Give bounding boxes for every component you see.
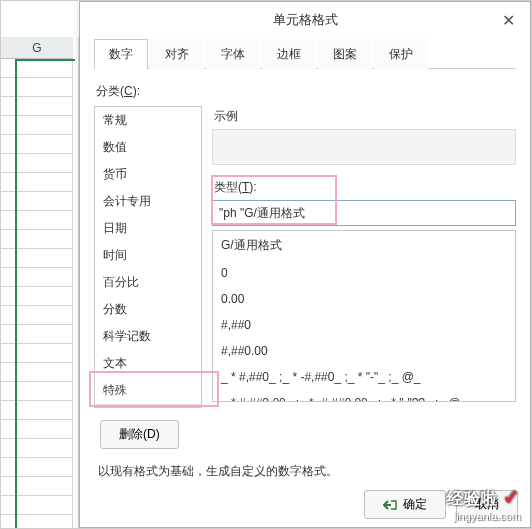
tab-align[interactable]: 对齐 — [150, 39, 204, 69]
dialog-title: 单元格格式 — [273, 11, 338, 29]
delete-button[interactable]: 删除(D) — [100, 420, 179, 449]
ok-button[interactable]: 确定 — [364, 490, 446, 519]
sample-label: 示例 — [214, 108, 516, 125]
category-item-time[interactable]: 时间 — [95, 242, 201, 269]
tab-font[interactable]: 字体 — [206, 39, 260, 69]
category-item-scientific[interactable]: 科学记数 — [95, 323, 201, 350]
category-item-special[interactable]: 特殊 — [95, 377, 201, 404]
category-item-fraction[interactable]: 分数 — [95, 296, 201, 323]
tab-protect[interactable]: 保护 — [374, 39, 428, 69]
selection-border — [15, 59, 75, 529]
format-item[interactable]: 0 — [213, 260, 515, 286]
tab-pattern[interactable]: 图案 — [318, 39, 372, 69]
category-item-accounting[interactable]: 会计专用 — [95, 188, 201, 215]
tab-strip: 数字 对齐 字体 边框 图案 保护 — [94, 38, 516, 69]
tab-number[interactable]: 数字 — [94, 39, 148, 69]
dialog-title-bar: 单元格格式 ✕ — [80, 2, 530, 38]
ok-label: 确定 — [403, 496, 427, 513]
format-item[interactable]: 0.00 — [213, 286, 515, 312]
dialog-footer: 确定 取消 — [364, 490, 518, 519]
format-item[interactable]: _ * #,##0_ ;_ * -#,##0_ ;_ * "-"_ ;_ @_ — [213, 364, 515, 390]
format-item[interactable]: #,##0.00 — [213, 338, 515, 364]
category-item-text[interactable]: 文本 — [95, 350, 201, 377]
category-item-currency[interactable]: 货币 — [95, 161, 201, 188]
type-input[interactable] — [212, 200, 516, 226]
cancel-button[interactable]: 取消 — [456, 490, 518, 519]
category-item-date[interactable]: 日期 — [95, 215, 201, 242]
category-item-percent[interactable]: 百分比 — [95, 269, 201, 296]
category-item-number[interactable]: 数值 — [95, 134, 201, 161]
format-listbox[interactable]: G/通用格式 0 0.00 #,##0 #,##0.00 _ * #,##0_ … — [212, 230, 516, 402]
category-listbox[interactable]: 常规 数值 货币 会计专用 日期 时间 百分比 分数 科学记数 文本 特殊 自定… — [94, 106, 202, 408]
tab-border[interactable]: 边框 — [262, 39, 316, 69]
format-item[interactable]: #,##0 — [213, 312, 515, 338]
format-item[interactable]: _ * #,##0.00_ ;_ * -#,##0.00_ ;_ * "-"??… — [213, 390, 515, 402]
right-pane: 示例 类型(T): G/通用格式 0 0.00 #,##0 #,##0.00 _… — [212, 106, 516, 408]
cell-format-dialog: 单元格格式 ✕ 数字 对齐 字体 边框 图案 保护 分类(C): 常规 数值 货… — [79, 1, 531, 528]
category-item-general[interactable]: 常规 — [95, 107, 201, 134]
category-item-custom[interactable]: 自定义 — [95, 404, 201, 408]
ok-arrow-icon — [383, 499, 397, 511]
sample-box — [212, 129, 516, 165]
hint-text: 以现有格式为基础，生成自定义的数字格式。 — [98, 463, 516, 480]
column-header-g[interactable]: G — [1, 37, 73, 59]
format-item[interactable]: G/通用格式 — [213, 231, 515, 260]
close-button[interactable]: ✕ — [494, 6, 522, 34]
close-icon: ✕ — [502, 11, 515, 30]
category-label: 分类(C): — [96, 83, 516, 100]
type-label: 类型(T): — [214, 179, 516, 196]
